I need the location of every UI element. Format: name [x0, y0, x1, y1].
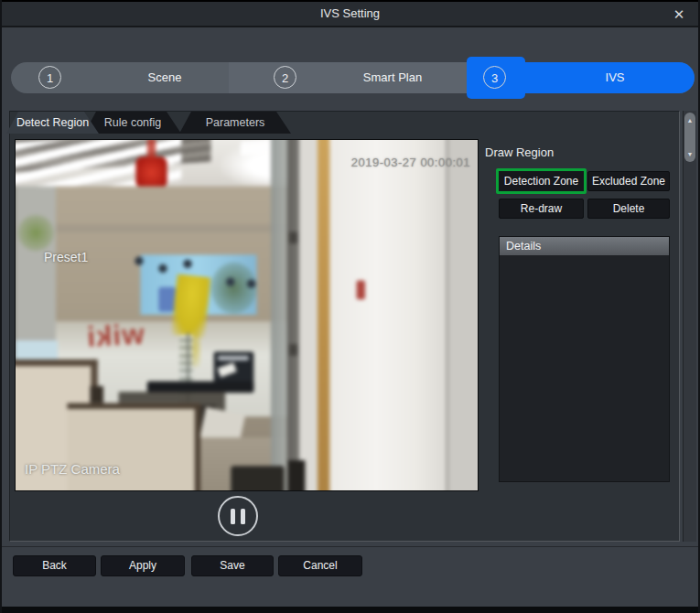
pause-button[interactable]: [218, 496, 258, 536]
step-1-label[interactable]: Scene: [110, 62, 220, 93]
details-header: Details: [500, 237, 669, 255]
step-3-number-badge[interactable]: 3: [483, 66, 506, 89]
tab-parameters[interactable]: Parameters: [179, 112, 291, 134]
camera-scene: wiki: [16, 140, 478, 490]
red-wall-mark: [357, 281, 365, 300]
door-hinge-mark: [289, 344, 297, 355]
door-frame-light-strip: [299, 140, 318, 490]
camera-name-overlay: IP PTZ Camera: [25, 461, 120, 477]
tab-detect-region[interactable]: Detect Region: [6, 112, 99, 134]
wizard-step-bar: 1 Scene 2 Smart Plan 3 IVS: [11, 62, 695, 93]
close-icon[interactable]: ✕: [667, 4, 691, 26]
camera-scene-blur-layer: wiki: [16, 140, 478, 490]
window-bottom-edge: [2, 607, 700, 613]
step-1-number-badge[interactable]: 1: [38, 66, 61, 89]
monitor-text-line: [218, 356, 249, 360]
door-hinge-strip: [287, 140, 300, 490]
title-bar: IVS Setting ✕: [2, 0, 698, 27]
step-2-label[interactable]: Smart Plan: [328, 62, 457, 93]
ivs-setting-dialog: IVS Setting ✕ 1 Scene 2 Smart Plan 3 IVS…: [0, 0, 700, 613]
details-panel: Details: [499, 236, 670, 482]
save-button[interactable]: Save: [191, 555, 274, 576]
window-tree: [211, 263, 257, 314]
scrollbar-thumb[interactable]: ▲ ▼: [684, 113, 695, 162]
pause-icon: [231, 509, 235, 524]
wood-door-frame: [318, 140, 330, 490]
step-2-number-badge[interactable]: 2: [274, 66, 296, 89]
red-alarm-sign: [135, 156, 167, 188]
vertical-scrollbar[interactable]: ▲ ▼: [683, 111, 696, 542]
redraw-button[interactable]: Re-draw: [499, 199, 584, 219]
scroll-up-icon[interactable]: ▲: [687, 117, 694, 124]
pause-icon: [241, 509, 245, 524]
footer-separator: [2, 546, 700, 547]
tab-rule-config[interactable]: Rule config: [84, 112, 181, 134]
wiki-reflection-text: wiki: [85, 318, 145, 354]
preset-name-overlay: Preset1: [44, 250, 88, 264]
door-hinge-mark: [289, 232, 297, 243]
right-wall-column: [446, 140, 478, 490]
back-button[interactable]: Back: [13, 555, 96, 576]
detection-zone-button[interactable]: Detection Zone: [496, 168, 587, 194]
white-wall-pillar: [330, 140, 447, 490]
cubicle-panel-back: [67, 403, 200, 490]
video-timestamp-overlay: 2019-03-27 00:00:01: [351, 156, 470, 169]
draw-region-title: Draw Region: [485, 145, 554, 159]
door-top-beam: [54, 224, 294, 232]
glass-door-edge: [271, 140, 287, 490]
red-alarm-top: [147, 140, 156, 157]
details-list[interactable]: [500, 255, 669, 481]
garland-dots: [135, 257, 143, 265]
trash-bin: [231, 466, 284, 490]
green-plant: [17, 215, 54, 252]
dark-floor-object: [288, 460, 306, 490]
cancel-button[interactable]: Cancel: [278, 555, 362, 576]
step-3-label[interactable]: IVS: [560, 62, 670, 93]
video-preview-canvas[interactable]: wiki: [15, 139, 479, 491]
excluded-zone-button[interactable]: Excluded Zone: [587, 171, 670, 191]
scroll-down-icon[interactable]: ▼: [687, 151, 694, 157]
apply-button[interactable]: Apply: [101, 555, 185, 576]
delete-button[interactable]: Delete: [587, 199, 670, 219]
dialog-title: IVS Setting: [2, 2, 698, 26]
